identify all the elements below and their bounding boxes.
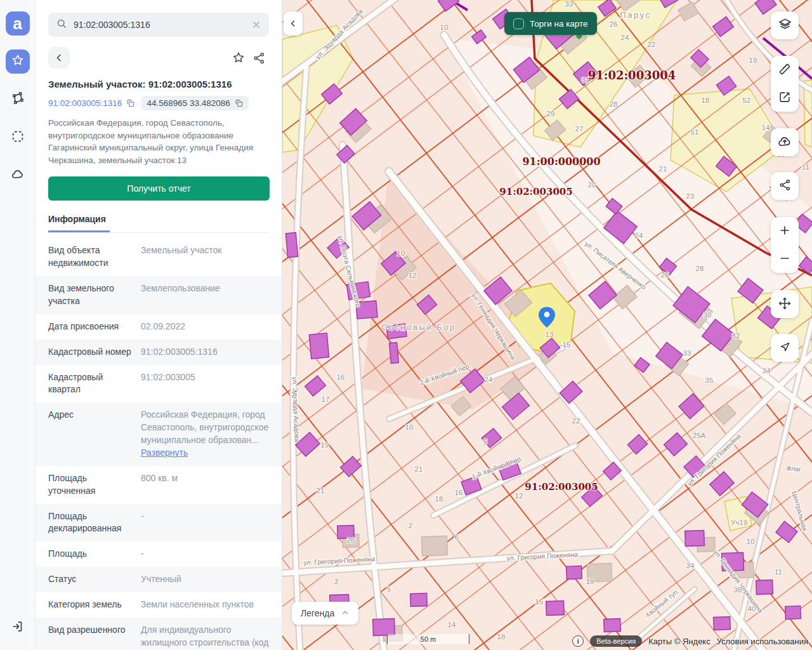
- back-button[interactable]: [48, 47, 70, 69]
- building: [604, 619, 621, 632]
- parcel-number: 24: [485, 376, 493, 383]
- info-row-value: Учтенный: [141, 573, 269, 586]
- collapse-panel-button[interactable]: [284, 11, 303, 36]
- cadastral-number-text: 91:02:003005:1316: [48, 98, 122, 108]
- tabs-bar: Информация: [48, 213, 269, 233]
- cloud-upload-icon: [777, 134, 792, 151]
- building: [566, 566, 582, 580]
- sidebar-item-cloud[interactable]: [6, 164, 30, 188]
- info-row-label: Площадь: [48, 548, 132, 560]
- building: [410, 594, 428, 607]
- parcel-number: 18: [702, 96, 710, 104]
- pan-icon: [778, 296, 792, 312]
- trades-on-map-toggle[interactable]: Торги на карте: [504, 12, 597, 35]
- info-row: Площадь декларированная-: [36, 504, 282, 542]
- terms-link[interactable]: Условия использования: [717, 637, 808, 646]
- parcel-number: 25А: [693, 432, 706, 439]
- parcel-number: 52: [743, 96, 751, 104]
- parcel-number: 28: [696, 265, 704, 272]
- cloud-icon: [11, 168, 25, 184]
- parcel-number: 5: [483, 438, 487, 446]
- info-row-label: Кадастровый номер: [48, 346, 132, 359]
- upload-button[interactable]: [771, 128, 799, 156]
- parcel-number: 15: [563, 341, 571, 348]
- info-row-value: Российская Федерация, город Севастополь,…: [141, 409, 269, 460]
- app-logo[interactable]: a: [6, 11, 30, 36]
- cadastral-number-link[interactable]: 91:02:003005:1316: [48, 98, 135, 108]
- parcel-number: 2: [409, 522, 412, 529]
- sidebar-item-sign-in[interactable]: [6, 616, 30, 640]
- details-panel: Земельный участок: 91:02:003005:1316 91:…: [36, 0, 282, 650]
- parcel-number: 29: [547, 110, 555, 117]
- locate-button[interactable]: [771, 334, 799, 362]
- zoom-in-button[interactable]: [771, 217, 799, 245]
- legend-button[interactable]: Легенда: [292, 602, 358, 625]
- info-row-value: Землепользование: [141, 282, 269, 308]
- share-button[interactable]: [249, 48, 269, 68]
- cadastral-quarter-label: 91:00:000000: [522, 156, 600, 168]
- parcel-number: 18: [497, 633, 506, 640]
- parcel-number: 34: [686, 562, 695, 569]
- building: [309, 333, 329, 359]
- expand-address-link[interactable]: Развернуть: [141, 448, 188, 458]
- checkbox-icon[interactable]: [513, 18, 524, 29]
- parcel-number: 27: [575, 125, 584, 133]
- building: [373, 618, 395, 635]
- parcel-number: 22: [648, 41, 656, 48]
- info-row: Кадастровый номер91:02:003005:1316: [36, 340, 282, 365]
- zoom-out-button[interactable]: [771, 245, 799, 273]
- copy-icon[interactable]: [234, 98, 244, 108]
- parcel-number: 13: [546, 331, 554, 338]
- map-attribution: i Beta-версия Карты © Яндекс Условия исп…: [572, 635, 808, 647]
- clear-search-button[interactable]: [251, 20, 261, 30]
- info-row-value: 91:02:003005:1316: [141, 346, 269, 359]
- map-canvas[interactable]: ул. Эдуарда Асадоваул. Эдуарда Асадоваул…: [282, 0, 812, 650]
- chips-row: 91:02:003005:1316 44.568965 33.482086: [48, 96, 269, 110]
- info-row-label: Адрес: [48, 409, 132, 460]
- info-row-label: Категория земель: [48, 599, 132, 611]
- info-icon[interactable]: i: [572, 635, 584, 647]
- sidebar-item-favorites[interactable]: [6, 50, 30, 74]
- chevron-up-icon: [341, 608, 350, 619]
- info-row-label: Площадь декларированная: [48, 510, 132, 536]
- sidebar-item-area-select[interactable]: [6, 126, 30, 150]
- page-title: Земельный участок: 91:02:003005:1316: [48, 79, 269, 90]
- minus-icon: [778, 252, 791, 267]
- cadastral-map[interactable]: ул. Эдуарда Асадоваул. Эдуарда Асадоваул…: [282, 0, 812, 650]
- ruler-icon: [778, 62, 792, 78]
- measure-button[interactable]: [771, 56, 799, 84]
- layers-button[interactable]: [771, 11, 799, 39]
- copy-icon[interactable]: [126, 98, 135, 108]
- search-input[interactable]: [74, 20, 245, 30]
- coordinates-chip[interactable]: 44.568965 33.482086: [141, 96, 248, 110]
- draw-button[interactable]: [771, 84, 799, 112]
- info-row: Кадастровый квартал91:02:003005: [36, 365, 282, 403]
- search-icon: [56, 18, 67, 32]
- info-row-value: Земельный участок: [141, 244, 269, 270]
- sidebar-item-polygon-select[interactable]: [6, 88, 30, 112]
- favorite-button[interactable]: [228, 48, 249, 68]
- parcel-number: 6: [455, 533, 459, 541]
- get-report-button[interactable]: Получить отчет: [48, 176, 270, 201]
- info-row-value: Для индивидуального жилищного строительс…: [141, 624, 269, 649]
- share-map-button[interactable]: [771, 172, 799, 200]
- trades-toggle-label: Торги на карте: [530, 19, 588, 29]
- sign-in-icon: [11, 620, 25, 636]
- pan-button[interactable]: [771, 290, 799, 318]
- parcel-number: 19: [749, 56, 757, 64]
- parcel-number: 22: [572, 417, 580, 425]
- star-icon: [11, 53, 25, 70]
- info-row-label: Вид земельного участка: [48, 282, 132, 308]
- parcel-number: 19: [586, 578, 594, 585]
- parcel-number: 24: [621, 34, 629, 41]
- street-label: Флаг: [786, 464, 801, 473]
- legend-label: Легенда: [301, 608, 334, 618]
- info-table: Вид объекта недвижимостиЗемельный участо…: [36, 238, 282, 650]
- coordinates-text: 44.568965 33.482086: [147, 98, 230, 108]
- parcel-number: 24: [635, 232, 643, 239]
- building: [756, 580, 773, 595]
- tab-information[interactable]: Информация: [48, 214, 110, 232]
- parcel-number: 12: [515, 492, 523, 500]
- app-root: a: [0, 0, 812, 650]
- maps-copyright[interactable]: Карты © Яндекс: [648, 637, 710, 646]
